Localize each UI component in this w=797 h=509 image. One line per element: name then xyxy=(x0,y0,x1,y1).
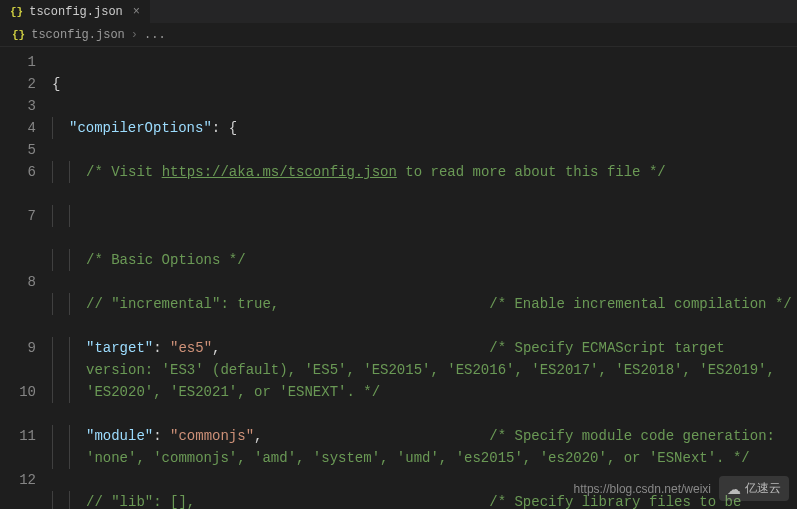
json-file-icon: {} xyxy=(12,29,25,41)
tab-bar: {} tsconfig.json × xyxy=(0,0,797,24)
json-file-icon: {} xyxy=(10,6,23,18)
line-number: 6 xyxy=(0,161,36,205)
watermark-url: https://blog.csdn.net/weixi xyxy=(574,482,711,496)
code-token: { xyxy=(52,76,60,92)
code-token: : { xyxy=(212,120,237,136)
line-number: 10 xyxy=(0,381,36,425)
code-token: : xyxy=(153,340,170,356)
code-area[interactable]: { "compilerOptions": { /* Visit https://… xyxy=(48,47,797,508)
line-number: 5 xyxy=(0,139,36,161)
code-token: "es5" xyxy=(170,340,212,356)
editor[interactable]: 1 2 3 4 5 6 7 8 9 10 11 12 { "compilerOp… xyxy=(0,47,797,508)
code-token: : xyxy=(153,428,170,444)
line-number: 12 xyxy=(0,469,36,509)
breadcrumb-filename: tsconfig.json xyxy=(31,28,125,42)
tab-tsconfig[interactable]: {} tsconfig.json × xyxy=(0,0,150,23)
cloud-icon: ☁ xyxy=(727,481,741,497)
close-icon[interactable]: × xyxy=(133,5,140,19)
line-number: 9 xyxy=(0,337,36,381)
tab-filename: tsconfig.json xyxy=(29,5,123,19)
line-number: 1 xyxy=(0,51,36,73)
line-number: 4 xyxy=(0,117,36,139)
watermark-logo: ☁ 亿速云 xyxy=(719,476,789,501)
code-token: "target" xyxy=(86,340,153,356)
line-number: 7 xyxy=(0,205,36,271)
code-token: /* Visit xyxy=(86,164,162,180)
watermark: https://blog.csdn.net/weixi ☁ 亿速云 xyxy=(574,476,789,501)
code-token: to read more about this file */ xyxy=(397,164,666,180)
line-number: 11 xyxy=(0,425,36,469)
chevron-right-icon: › xyxy=(131,28,138,42)
code-link[interactable]: https://aka.ms/tsconfig.json xyxy=(162,164,397,180)
code-token: "compilerOptions" xyxy=(69,120,212,136)
line-number: 2 xyxy=(0,73,36,95)
line-number: 8 xyxy=(0,271,36,337)
breadcrumb-rest: ... xyxy=(144,28,166,42)
line-number: 3 xyxy=(0,95,36,117)
code-token: // "incremental": true, /* Enable increm… xyxy=(86,296,792,312)
code-token: "module" xyxy=(86,428,153,444)
watermark-brand: 亿速云 xyxy=(745,480,781,497)
line-gutter: 1 2 3 4 5 6 7 8 9 10 11 12 xyxy=(0,47,48,508)
code-token: "commonjs" xyxy=(170,428,254,444)
breadcrumb[interactable]: {} tsconfig.json › ... xyxy=(0,24,797,47)
code-token: /* Basic Options */ xyxy=(86,252,246,268)
